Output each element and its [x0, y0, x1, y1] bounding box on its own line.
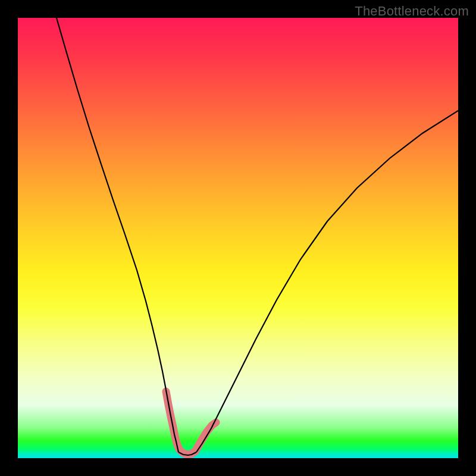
valley-highlight: [166, 392, 216, 455]
chart-frame: TheBottleneck.com: [0, 0, 476, 476]
watermark-text: TheBottleneck.com: [355, 4, 469, 19]
curve-lines: [57, 18, 458, 455]
chart-svg: [18, 18, 458, 458]
plot-area: [18, 18, 458, 458]
